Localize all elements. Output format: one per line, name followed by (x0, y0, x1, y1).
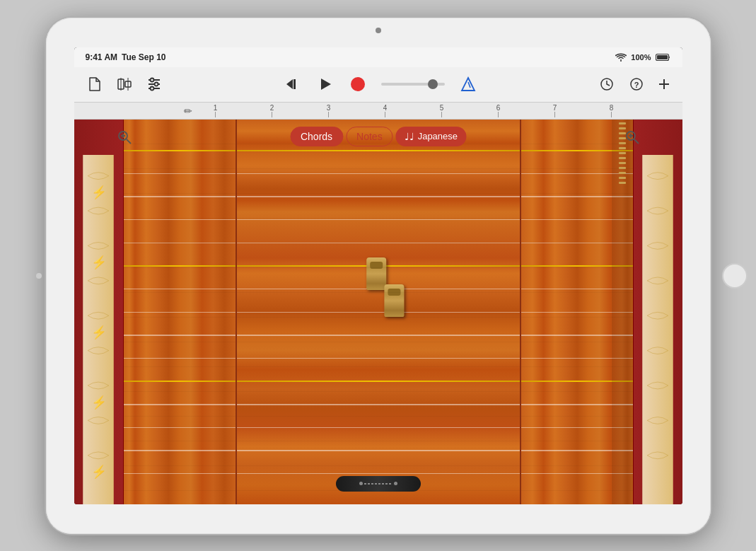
japanese-label: Japanese (418, 131, 458, 141)
ruler-mark-3: 3 (301, 104, 357, 117)
japanese-button[interactable]: ♩♩ Japanese (396, 127, 466, 146)
svg-line-21 (127, 139, 131, 144)
ruler-marks: 1 2 3 4 5 6 7 (187, 103, 640, 119)
tracks-button[interactable] (115, 75, 134, 93)
svg-line-14 (468, 82, 470, 88)
svg-text:⚡: ⚡ (91, 255, 107, 270)
chords-button[interactable]: Chords (290, 127, 343, 146)
svg-line-25 (634, 139, 639, 144)
new-document-button[interactable] (86, 75, 104, 93)
string-lines-left (124, 120, 235, 504)
tempo-button[interactable] (598, 75, 616, 93)
svg-text:⚡: ⚡ (91, 464, 107, 480)
record-button[interactable] (349, 75, 367, 93)
scroll-decoration-left: ⚡ ⚡ ⚡ ⚡ ⚡ (77, 155, 120, 504)
bridge-right (384, 284, 404, 317)
ruler-mark-1: 1 (187, 104, 244, 117)
vibrato-line (364, 483, 392, 485)
ruler-mark-6: 6 (470, 104, 527, 117)
svg-point-7 (154, 83, 158, 86)
ipad-frame: 9:41 AM Tue Sep 10 100% (46, 18, 711, 534)
volume-thumb (428, 79, 438, 89)
scroll-decoration-right (636, 155, 679, 504)
record-circle (351, 77, 365, 91)
svg-text:⚡: ⚡ (91, 394, 107, 410)
svg-marker-12 (321, 79, 331, 90)
toolbar: ? (74, 67, 682, 103)
ipad-home-button[interactable] (722, 263, 748, 289)
tuning-pegs (612, 120, 633, 504)
svg-text:⚡: ⚡ (91, 185, 107, 200)
svg-rect-11 (293, 79, 296, 89)
status-left: 9:41 AM Tue Sep 10 (86, 52, 166, 62)
toolbar-right: ? (598, 75, 671, 93)
notes-button[interactable]: Notes (346, 127, 393, 146)
vibrato-bar[interactable] (336, 476, 421, 492)
koto-scroll-left: ⚡ ⚡ ⚡ ⚡ ⚡ (74, 120, 124, 504)
koto-instrument[interactable]: ⚡ ⚡ ⚡ ⚡ ⚡ (74, 120, 682, 504)
koto-scroll-right (633, 120, 682, 504)
timeline-ruler: ✏ 1 2 3 4 5 6 (74, 103, 682, 120)
mixer-button[interactable] (145, 75, 163, 93)
svg-point-5 (150, 79, 153, 82)
battery-icon (656, 53, 671, 62)
segment-controls: Chords Notes ♩♩ Japanese (290, 127, 466, 146)
status-time: 9:41 AM (86, 52, 118, 62)
ruler-mark-8: 8 (583, 104, 640, 117)
help-button[interactable]: ? (627, 75, 646, 93)
ruler-mark-4: 4 (357, 104, 414, 117)
koto-panel-left[interactable] (124, 120, 237, 504)
battery-text: 100% (631, 53, 651, 62)
status-bar: 9:41 AM Tue Sep 10 100% (74, 47, 682, 67)
pencil-cursor: ✏ (184, 105, 192, 117)
vibrato-dot-2 (394, 482, 397, 485)
metronome-button[interactable] (459, 75, 477, 93)
bridge-left (366, 257, 386, 290)
toolbar-left (86, 75, 163, 93)
wifi-icon (615, 53, 627, 62)
svg-text:⚡: ⚡ (91, 324, 107, 340)
volume-slider[interactable] (381, 83, 445, 86)
zoom-left-button[interactable] (117, 129, 132, 149)
add-track-button[interactable] (657, 77, 671, 91)
instrument-area[interactable]: Chords Notes ♩♩ Japanese (74, 120, 682, 504)
svg-text:?: ? (634, 81, 639, 89)
zoom-right-button[interactable] (624, 129, 640, 149)
toolbar-center (284, 75, 477, 93)
svg-point-9 (150, 87, 153, 91)
ruler-mark-5: 5 (414, 104, 470, 117)
ipad-screen: 9:41 AM Tue Sep 10 100% (74, 47, 682, 504)
string-lines-center (237, 120, 520, 504)
ipad-side-button (36, 273, 42, 279)
status-date: Tue Sep 10 (122, 52, 165, 62)
play-button[interactable] (316, 75, 335, 93)
koto-panel-right[interactable] (520, 120, 633, 504)
svg-marker-13 (462, 78, 475, 91)
svg-rect-1 (657, 55, 668, 59)
koto-body[interactable] (237, 120, 520, 504)
ruler-mark-7: 7 (527, 104, 583, 117)
rewind-button[interactable] (284, 75, 302, 93)
music-note-icon: ♩♩ (405, 131, 414, 142)
ruler-mark-2: 2 (244, 104, 301, 117)
vibrato-dot-1 (359, 482, 363, 485)
ipad-camera (376, 28, 381, 33)
svg-marker-10 (286, 79, 293, 89)
status-right: 100% (615, 53, 670, 62)
